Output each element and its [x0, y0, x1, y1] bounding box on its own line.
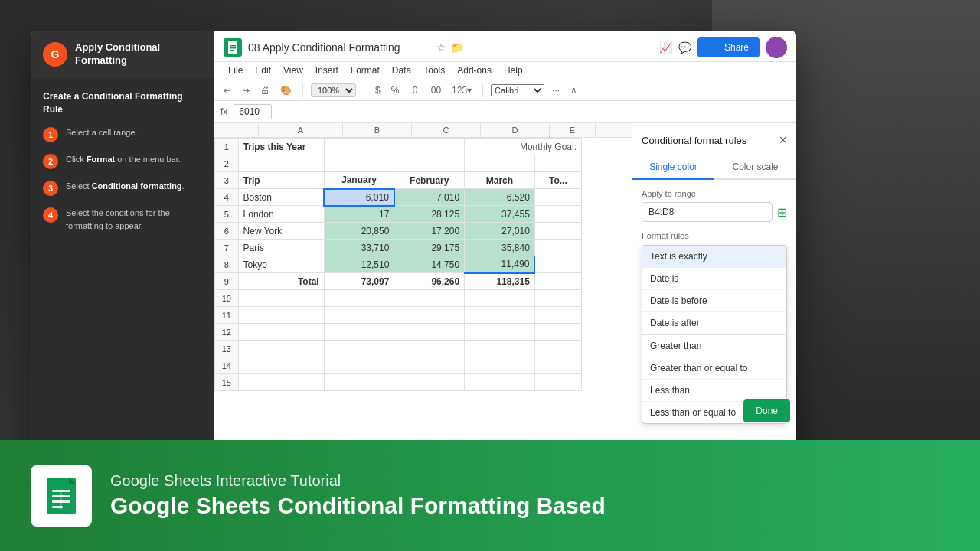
cell-c7[interactable]: 29,175: [394, 240, 465, 256]
chart-icon[interactable]: 📈: [659, 41, 672, 54]
cell-c9[interactable]: 96,260: [394, 273, 465, 290]
menu-file[interactable]: File: [224, 64, 247, 77]
more-formats-button[interactable]: 123▾: [449, 83, 475, 97]
cell-c1[interactable]: [394, 139, 465, 155]
decimal-up-button[interactable]: .00: [425, 83, 444, 97]
cell-a3[interactable]: Trip: [238, 172, 324, 189]
cell-d7[interactable]: 35,840: [465, 240, 535, 256]
separator-3: [482, 83, 483, 97]
cell-d5[interactable]: 37,455: [465, 206, 535, 223]
cf-range-grid-icon[interactable]: ⊞: [777, 205, 787, 220]
cell-c4[interactable]: 7,010: [394, 189, 465, 206]
dropdown-item-date-is[interactable]: Date is: [642, 268, 786, 290]
cell-e9[interactable]: [534, 273, 581, 290]
bottom-text-block: Google Sheets Interactive Tutorial Googl…: [110, 472, 606, 519]
cell-d3[interactable]: March: [465, 172, 535, 189]
undo-button[interactable]: ↩: [220, 83, 234, 97]
cell-b3[interactable]: January: [324, 172, 394, 189]
menu-view[interactable]: View: [279, 64, 308, 77]
cell-e2[interactable]: [534, 155, 581, 172]
cell-b7[interactable]: 33,710: [324, 240, 394, 256]
menu-addons[interactable]: Add-ons: [452, 64, 496, 77]
cell-d1[interactable]: Monthly Goal:: [465, 139, 582, 155]
cf-range-input[interactable]: [642, 202, 773, 222]
cell-e6[interactable]: [534, 223, 581, 240]
cell-e7[interactable]: [534, 240, 581, 256]
cell-c5[interactable]: 28,125: [394, 206, 465, 223]
cell-d6[interactable]: 27,010: [465, 223, 535, 240]
decimal-down-button[interactable]: .0: [407, 83, 420, 97]
cell-a1[interactable]: Trips this Year: [238, 139, 324, 155]
cell-b8[interactable]: 12,510: [324, 256, 394, 273]
cell-a4[interactable]: Boston: [238, 189, 324, 206]
star-icon[interactable]: ☆: [436, 41, 446, 54]
menu-format[interactable]: Format: [346, 64, 384, 77]
doc-title: 08 Apply Conditional Formatting: [248, 41, 430, 54]
done-button[interactable]: Done: [743, 399, 790, 422]
step-4-text: Select the conditions for the formatting…: [66, 207, 202, 232]
cell-d9[interactable]: 118,315: [465, 273, 535, 290]
more-tools-button[interactable]: ···: [549, 83, 563, 97]
dropdown-item-greater-than[interactable]: Greater than: [642, 334, 786, 357]
collapse-button[interactable]: ∧: [567, 83, 580, 97]
dropdown-item-greater-than-equal[interactable]: Greater than or equal to: [642, 357, 786, 380]
dropdown-item-text-is-exactly[interactable]: Text is exactly: [642, 246, 786, 268]
cell-d4[interactable]: 6,520: [465, 189, 535, 206]
cell-a5[interactable]: London: [238, 206, 324, 223]
cell-a9[interactable]: Total: [238, 273, 324, 290]
cell-b1[interactable]: [324, 139, 394, 155]
sidebar-title: Apply Conditional Formatting: [75, 41, 202, 67]
currency-button[interactable]: $: [372, 83, 384, 97]
table-row: 3 Trip January February March To...: [215, 172, 582, 189]
user-avatar[interactable]: [766, 37, 787, 58]
cell-c2[interactable]: [394, 155, 465, 172]
cell-b5[interactable]: 17: [324, 206, 394, 223]
cell-b9[interactable]: 73,097: [324, 273, 394, 290]
cell-a7[interactable]: Paris: [238, 240, 324, 256]
col-header-d: D: [481, 123, 550, 137]
cell-d2[interactable]: [465, 155, 535, 172]
cf-close-button[interactable]: ×: [779, 132, 787, 148]
row-num-2: 2: [215, 155, 239, 172]
bottom-title: Google Sheets Conditional Formatting Bas…: [110, 493, 606, 519]
percent-button[interactable]: %: [388, 83, 403, 97]
cell-a8[interactable]: Tokyo: [238, 256, 324, 273]
table-row: 2: [215, 155, 582, 172]
menu-edit[interactable]: Edit: [250, 64, 276, 77]
step-1: 1 Select a cell range.: [43, 126, 202, 142]
cell-a6[interactable]: New York: [238, 223, 324, 240]
share-button[interactable]: 👤 Share: [697, 37, 760, 57]
separator-1: [302, 83, 303, 97]
cell-b6[interactable]: 20,850: [324, 223, 394, 240]
cell-d8[interactable]: 11,490: [465, 256, 535, 273]
paint-format-button[interactable]: 🎨: [277, 83, 295, 97]
cell-reference[interactable]: 6010: [234, 104, 272, 119]
folder-icon[interactable]: 📁: [451, 41, 464, 54]
redo-button[interactable]: ↪: [239, 83, 253, 97]
comment-icon[interactable]: 💬: [678, 41, 691, 54]
dropdown-item-date-is-before[interactable]: Date is before: [642, 290, 786, 312]
zoom-select[interactable]: 100%: [311, 83, 356, 97]
tab-single-color[interactable]: Single color: [632, 155, 714, 180]
cell-c8[interactable]: 14,750: [394, 256, 465, 273]
menu-insert[interactable]: Insert: [311, 64, 343, 77]
cf-apply-label: Apply to range: [642, 189, 787, 198]
cell-e4[interactable]: [534, 189, 581, 206]
dropdown-item-date-is-after[interactable]: Date is after: [642, 312, 786, 334]
menu-data[interactable]: Data: [387, 64, 416, 77]
formula-bar: fx 6010: [214, 101, 796, 123]
sheets-big-logo-bg: [31, 465, 92, 527]
tab-color-scale[interactable]: Color scale: [714, 155, 796, 178]
cell-a2[interactable]: [238, 155, 324, 172]
cell-e8[interactable]: [534, 256, 581, 273]
cell-c6[interactable]: 17,200: [394, 223, 465, 240]
cell-e5[interactable]: [534, 206, 581, 223]
cell-b2[interactable]: [324, 155, 394, 172]
print-button[interactable]: 🖨: [257, 83, 273, 97]
font-select[interactable]: Calibri: [491, 84, 544, 96]
cell-e3[interactable]: To...: [534, 172, 581, 189]
menu-tools[interactable]: Tools: [419, 64, 449, 77]
cell-b4[interactable]: 6,010: [324, 189, 394, 206]
cell-c3[interactable]: February: [394, 172, 465, 189]
menu-help[interactable]: Help: [499, 64, 528, 77]
